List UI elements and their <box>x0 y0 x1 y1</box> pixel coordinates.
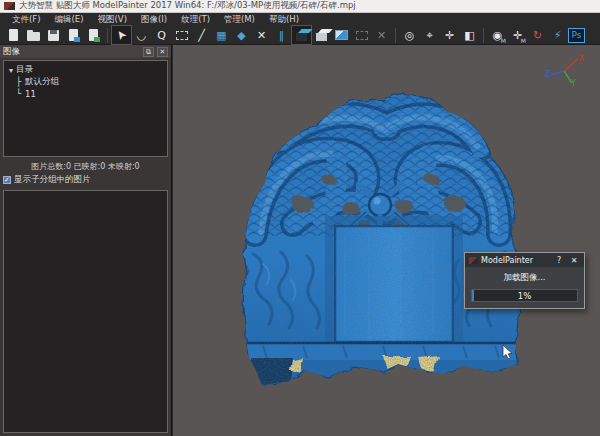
move-cross-icon[interactable]: ✛ <box>440 26 459 44</box>
save-icon[interactable] <box>44 26 63 44</box>
target-frame-icon[interactable]: ⌖ <box>420 26 439 44</box>
menu-texture[interactable]: 纹理(T) <box>175 13 216 27</box>
cube-light-icon[interactable] <box>312 26 331 44</box>
line-tool-icon[interactable]: ╱ <box>192 26 211 44</box>
progress-label: 1% <box>472 290 577 301</box>
select-arrow-icon[interactable]: ➤ <box>112 26 131 44</box>
tree-node-11[interactable]: └ 11 <box>6 88 165 100</box>
menu-view[interactable]: 视图(V) <box>92 13 133 27</box>
toolbar-separator <box>483 28 484 43</box>
marquee-select-icon[interactable] <box>172 26 191 44</box>
image-thumbnail-list[interactable] <box>3 190 168 433</box>
progress-dialog: ModelPainter ? ✕ 加载图像... 1% <box>464 252 585 309</box>
menu-help[interactable]: 帮助(H) <box>263 13 305 27</box>
toolbar-separator <box>107 28 108 43</box>
tree-node-root[interactable]: ▾ 目录 <box>6 64 165 76</box>
show-subgroup-row: ✓ 显示子分组中的图片 <box>0 172 171 188</box>
show-subgroup-checkbox[interactable]: ✓ <box>3 176 11 184</box>
window-title: 大势智慧 贴图大师 ModelPainter 2017 Win64: F:/邓冰… <box>19 0 356 12</box>
axis-x-label: X <box>579 54 585 63</box>
image-panel: 图像 ⧉ ✕ ▾ 目录 ├ 默认分组 └ 11 图片总数:0 已映射:0 未映射… <box>0 45 172 436</box>
panel-float-button[interactable]: ⧉ <box>143 47 154 57</box>
toolbar-separator <box>395 28 396 43</box>
image-tree: ▾ 目录 ├ 默认分组 └ 11 <box>3 60 168 157</box>
menubar: 文件(F) 编辑(E) 视图(V) 图像(I) 纹理(T) 管理(M) 帮助(H… <box>0 13 600 26</box>
image-count-stats: 图片总数:0 已映射:0 未映射:0 <box>0 161 171 172</box>
target-circle-icon[interactable]: ◎ <box>400 26 419 44</box>
lightning-bake-icon[interactable]: ⚡ <box>548 26 567 44</box>
dialog-message: 加载图像... <box>471 272 578 284</box>
axis-y-label: Y <box>570 79 576 87</box>
camera-map-icon[interactable]: ◉M <box>488 26 507 44</box>
viewport-3d[interactable]: X Y Z <box>173 45 600 436</box>
dialog-help-button[interactable]: ? <box>553 256 565 265</box>
split-panel-icon[interactable]: ◧ <box>460 26 479 44</box>
progress-bar: 1% <box>471 289 578 302</box>
tree-node-default-group[interactable]: ├ 默认分组 <box>6 76 165 88</box>
dialog-titlebar[interactable]: ModelPainter ? ✕ <box>465 253 584 267</box>
image-panel-header: 图像 ⧉ ✕ <box>0 45 171 58</box>
app-logo-icon <box>4 2 15 10</box>
refresh-sync-icon[interactable]: ↻ <box>528 26 547 44</box>
window-titlebar: 大势智慧 贴图大师 ModelPainter 2017 Win64: F:/邓冰… <box>0 0 600 13</box>
panel-close-button[interactable]: ✕ <box>157 47 168 57</box>
delete-icon[interactable]: ✕ <box>252 26 271 44</box>
export-image-icon[interactable] <box>84 26 103 44</box>
new-file-icon[interactable] <box>4 26 23 44</box>
open-folder-icon[interactable] <box>24 26 43 44</box>
menu-image[interactable]: 图像(I) <box>135 13 173 27</box>
menu-file[interactable]: 文件(F) <box>6 13 47 27</box>
dialog-title: ModelPainter <box>481 256 550 265</box>
stripes-blend-icon[interactable]: ‖ <box>272 26 291 44</box>
photo-view-icon[interactable] <box>332 26 351 44</box>
menu-manage[interactable]: 管理(M) <box>218 13 261 27</box>
model-stele-dragons[interactable] <box>233 84 525 396</box>
axis-z-label: Z <box>545 70 551 79</box>
clear-disabled-icon[interactable]: ✕ <box>372 26 391 44</box>
marquee-disabled-icon[interactable] <box>352 26 371 44</box>
cube-dark-icon[interactable] <box>292 26 311 44</box>
move-map-icon[interactable]: ✛M <box>508 26 527 44</box>
menu-edit[interactable]: 编辑(E) <box>49 13 90 27</box>
loop-select-icon[interactable]: Q <box>152 26 171 44</box>
dialog-body: 加载图像... 1% <box>465 267 584 308</box>
axis-gizmo: X Y Z <box>544 53 586 87</box>
tree-expand-icon[interactable]: ▾ <box>6 66 16 75</box>
dialog-close-button[interactable]: ✕ <box>568 256 580 265</box>
main-toolbar: ➤ ◡ Q ╱ ▦ ◆ ✕ ‖ ✕ ◎ ⌖ ✛ ◧ ◉M ✛M ↻ ⚡ Ps <box>0 26 600 45</box>
paste-region-icon[interactable]: ▦ <box>212 26 231 44</box>
dialog-app-icon <box>469 257 478 264</box>
image-panel-title: 图像 <box>3 46 140 58</box>
photoshop-link-icon[interactable]: Ps <box>568 28 585 43</box>
lasso-select-icon[interactable]: ◡ <box>132 26 151 44</box>
import-image-icon[interactable] <box>64 26 83 44</box>
mouse-cursor <box>502 344 514 360</box>
show-subgroup-label: 显示子分组中的图片 <box>14 174 91 186</box>
shield-mesh-icon[interactable]: ◆ <box>232 26 251 44</box>
